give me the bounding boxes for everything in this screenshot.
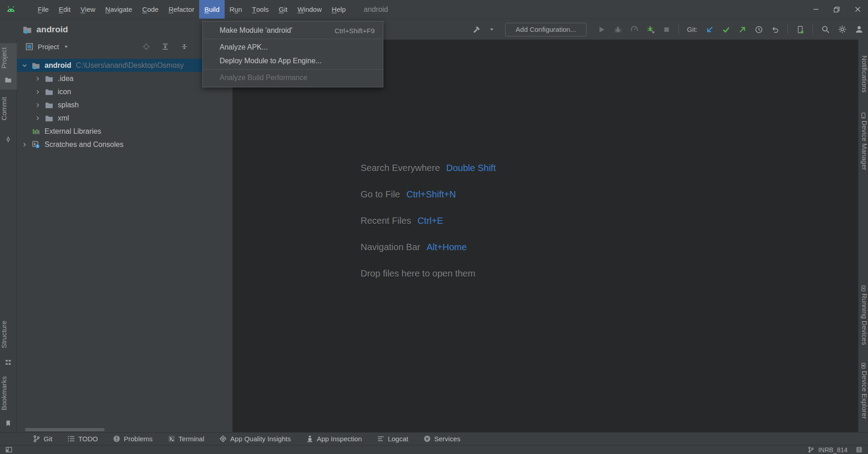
toolwindow-logcat[interactable]: Logcat: [377, 435, 408, 443]
close-button[interactable]: [847, 0, 868, 19]
debug-icon[interactable]: [614, 25, 622, 34]
toolwindow-terminal[interactable]: Terminal: [168, 435, 205, 443]
git-branch-icon: [33, 435, 40, 443]
menu-tools[interactable]: Tools: [247, 0, 274, 19]
device-selector-icon[interactable]: [796, 25, 804, 34]
panel-header-actions: [142, 40, 188, 54]
profiler-icon[interactable]: [630, 25, 638, 34]
settings-gear-icon[interactable]: [838, 25, 847, 34]
sidebar-item-device-manager[interactable]: Device Manager: [858, 121, 868, 170]
git-push-icon[interactable]: [738, 25, 747, 34]
stop-icon[interactable]: [663, 26, 670, 33]
folder-icon: [45, 114, 53, 122]
attach-debugger-icon[interactable]: [647, 25, 655, 34]
rollback-icon[interactable]: [771, 25, 779, 34]
chevron-right-icon[interactable]: [34, 89, 41, 95]
tree-row-idea[interactable]: .idea: [17, 72, 232, 85]
toolwindow-label: App Quality Insights: [230, 435, 291, 443]
tree-row-xml[interactable]: xml: [17, 111, 232, 125]
shortcut-label: Recent Files: [361, 216, 411, 226]
menu-refactor[interactable]: Refactor: [164, 0, 200, 19]
menu-item-analyze-apk[interactable]: Analyze APK...: [203, 40, 383, 54]
sidebar-item-notifications[interactable]: Notifications: [858, 55, 868, 93]
status-bar-right: INRB_814: [808, 446, 863, 454]
chevron-down-icon[interactable]: [489, 27, 494, 32]
commit-stripe-icon[interactable]: [5, 136, 12, 143]
toolwindow-problems[interactable]: Problems: [113, 435, 152, 443]
window-controls: [805, 0, 868, 19]
expand-all-icon[interactable]: [161, 43, 169, 50]
device-explorer-icon[interactable]: [860, 363, 867, 369]
tool-window-switcher-icon[interactable]: [5, 446, 12, 453]
git-update-icon[interactable]: [706, 25, 714, 34]
toolwindow-label: Logcat: [388, 435, 408, 443]
menu-navigate[interactable]: Navigate: [100, 0, 137, 19]
toolwindow-label: App Inspection: [317, 435, 362, 443]
main-region: Project Commit Structure Bookmarks Proje…: [0, 40, 868, 432]
toolwindow-git[interactable]: Git: [33, 435, 52, 443]
menu-separator: [203, 39, 383, 39]
chevron-down-icon[interactable]: [21, 63, 28, 68]
menu-edit[interactable]: Edit: [54, 0, 75, 19]
menu-window[interactable]: Window: [292, 0, 326, 19]
menu-help[interactable]: Help: [327, 0, 351, 19]
keyboard-shortcuts-help: Search Everywhere Double Shift Go to Fil…: [361, 155, 496, 287]
project-view-caret-icon[interactable]: [64, 44, 69, 49]
sidebar-item-device-explorer[interactable]: Device Explorer: [858, 371, 868, 419]
toolwindow-label: Git: [44, 435, 52, 443]
chevron-right-icon[interactable]: [21, 142, 28, 147]
sidebar-item-project[interactable]: Project: [0, 47, 17, 69]
minimize-button[interactable]: [805, 0, 826, 19]
tree-row-splash[interactable]: splash: [17, 98, 232, 111]
toolwindow-services[interactable]: Services: [423, 435, 461, 443]
tree-row-android[interactable]: android C:\Users\anand\Desktop\Osmosy: [17, 59, 232, 72]
menu-item-analyze-build-performance: Analyze Build Performance: [203, 71, 383, 85]
menu-file[interactable]: File: [33, 0, 54, 19]
menu-build[interactable]: Build: [199, 0, 224, 19]
chevron-right-icon[interactable]: [34, 102, 41, 108]
project-widget[interactable]: android: [0, 25, 68, 35]
menu-code[interactable]: Code: [137, 0, 164, 19]
add-configuration-button[interactable]: Add Configuration...: [505, 23, 587, 36]
sidebar-item-bookmarks[interactable]: Bookmarks: [0, 376, 17, 410]
project-panel-title[interactable]: Project: [38, 43, 59, 50]
chevron-right-icon[interactable]: [34, 76, 41, 81]
tree-row-icon[interactable]: icon: [17, 85, 232, 98]
toolbar-separator: [678, 25, 679, 35]
toolbar-separator: [788, 25, 788, 35]
locate-file-icon[interactable]: [142, 43, 150, 50]
shortcut-label: Search Everywhere: [361, 163, 440, 173]
build-hammer-icon[interactable]: [472, 25, 481, 34]
menu-view[interactable]: View: [75, 0, 100, 19]
toolwindow-app-inspection[interactable]: App Inspection: [306, 435, 362, 443]
sidebar-item-commit[interactable]: Commit: [0, 97, 17, 121]
menu-run[interactable]: Run: [225, 0, 247, 19]
running-devices-icon[interactable]: [860, 285, 867, 292]
collapse-all-icon[interactable]: [181, 43, 188, 50]
tree-node-path: C:\Users\anand\Desktop\Osmosy: [76, 61, 184, 70]
project-stripe-folder-icon[interactable]: [5, 76, 12, 83]
menu-item-make-module[interactable]: Make Module 'android' Ctrl+Shift+F9: [203, 24, 383, 37]
tree-row-external-libraries[interactable]: External Libraries: [17, 125, 232, 138]
chevron-right-icon[interactable]: [34, 116, 41, 121]
device-manager-icon[interactable]: [860, 112, 867, 119]
git-commit-check-icon[interactable]: [722, 25, 730, 34]
tree-row-scratches[interactable]: Scratches and Consoles: [17, 138, 232, 151]
profile-avatar-icon[interactable]: [855, 25, 863, 34]
run-icon[interactable]: [597, 25, 606, 34]
bookmarks-stripe-icon[interactable]: [5, 420, 12, 427]
sidebar-item-structure[interactable]: Structure: [0, 321, 17, 348]
structure-stripe-icon[interactable]: [5, 359, 12, 366]
search-icon[interactable]: [821, 25, 830, 34]
sidebar-item-running-devices[interactable]: Running Devices: [858, 293, 868, 345]
history-icon[interactable]: [755, 25, 763, 34]
toolwindow-app-quality-insights[interactable]: App Quality Insights: [219, 435, 291, 443]
restore-button[interactable]: [826, 0, 847, 19]
menu-git[interactable]: Git: [274, 0, 292, 19]
toolwindow-label: TODO: [78, 435, 98, 443]
git-branch-name[interactable]: INRB_814: [818, 446, 848, 454]
menu-item-deploy-app-engine[interactable]: Deploy Module to App Engine...: [203, 54, 383, 68]
toolwindow-todo[interactable]: TODO: [67, 435, 98, 443]
horizontal-scrollbar[interactable]: [25, 428, 105, 431]
event-log-icon[interactable]: [856, 446, 863, 453]
